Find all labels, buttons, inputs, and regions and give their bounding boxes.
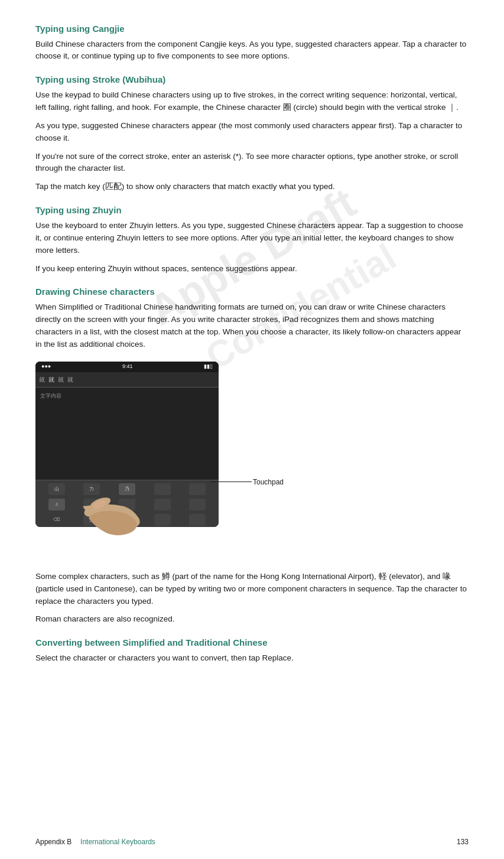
para-stroke-2: As you type, suggested Chinese character… bbox=[35, 120, 469, 145]
heading-converting: Converting between Simplified and Tradit… bbox=[35, 636, 469, 650]
touchpad-line bbox=[210, 481, 252, 482]
para-zhuyin-2: If you keep entering Zhuyin without spac… bbox=[35, 263, 469, 275]
touchpad-label-container: Touchpad bbox=[210, 477, 284, 487]
footer-appendix-label: Appendix B bbox=[35, 837, 71, 847]
ipad-screen: ●●● 9:41 ▮▮▯ 就 就 就 就 文 bbox=[35, 362, 219, 480]
hand-gesture bbox=[65, 474, 160, 545]
para-drawing-3: Roman characters are also recognized. bbox=[35, 613, 469, 626]
para-stroke-1: Use the keypad to build Chinese characte… bbox=[35, 89, 469, 114]
para-cangjie-1: Build Chinese characters from the compon… bbox=[35, 38, 469, 63]
heading-stroke: Typing using Stroke (Wubihua) bbox=[35, 73, 469, 87]
para-drawing-2: Some complex characters, such as 鱒 (part… bbox=[35, 571, 469, 608]
para-zhuyin-1: Use the keyboard to enter Zhuyin letters… bbox=[35, 220, 469, 257]
heading-drawing: Drawing Chinese characters bbox=[35, 285, 469, 299]
footer-separator bbox=[74, 837, 78, 847]
footer-page-number: 133 bbox=[457, 837, 469, 847]
footer-section-label: International Keyboards bbox=[80, 837, 155, 847]
footer-left: Appendix B International Keyboards bbox=[35, 837, 155, 847]
para-stroke-4: Tap the match key (匹配) to show only char… bbox=[35, 181, 469, 193]
page-footer: Appendix B International Keyboards 133 bbox=[0, 837, 504, 847]
ipad-image-block: ●●● 9:41 ▮▮▯ 就 就 就 就 文 bbox=[35, 362, 219, 527]
heading-cangjie: Typing using Cangjie bbox=[35, 22, 469, 36]
heading-zhuyin: Typing using Zhuyin bbox=[35, 204, 469, 217]
touchpad-label: Touchpad bbox=[252, 477, 284, 487]
para-stroke-3: If you're not sure of the correct stroke… bbox=[35, 151, 469, 175]
para-converting-1: Select the character or characters you w… bbox=[35, 652, 469, 665]
para-drawing-1: When Simplified or Traditional Chinese h… bbox=[35, 301, 469, 351]
